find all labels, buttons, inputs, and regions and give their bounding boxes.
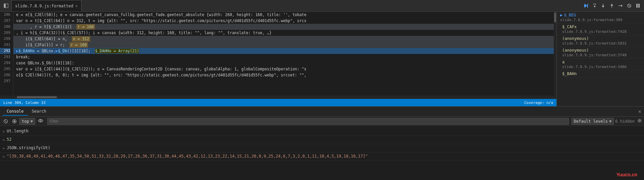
tab-close-button[interactable]: × (75, 4, 77, 8)
line-number-288: 288 (0, 24, 10, 30)
svg-marker-2 (584, 4, 587, 8)
console-text-2: JSON.stringify(Ut) (7, 145, 50, 151)
console-text-0: Ut.length (7, 128, 29, 134)
call-stack-item-0[interactable]: ▶$_BEGslide.7.8.9.js:formatted:309 (557, 12, 644, 23)
code-line-291: i[$_CJFa(1)] = r; r = 160 (13, 42, 554, 48)
console-line-0: >Ut.length (0, 127, 644, 136)
console-toolbar: top ▼ Default levels ▼ 6 hidden (0, 117, 644, 126)
levels-dropdown-icon: ▼ (609, 119, 611, 124)
code-scrollbar-thumb[interactable] (554, 12, 556, 22)
call-stack-list[interactable]: ▶$_BEGslide.7.8.9.js:formatted:309$_CAFx… (557, 12, 644, 106)
code-content[interactable]: e = e[$_CJEl(58)]; e = canvas.geetest_ca… (13, 12, 554, 96)
live-expressions-button[interactable] (37, 118, 45, 124)
line-number-293: 293 (0, 54, 10, 60)
line-number-290: 290 (0, 36, 10, 42)
console-line-2: >JSON.stringify(Ut) (0, 144, 644, 153)
svg-line-12 (628, 4, 631, 7)
line-number-289: 289 (0, 30, 10, 36)
deactivate-breakpoints-button[interactable] (626, 2, 633, 9)
pause-on-exceptions-button[interactable] (635, 2, 641, 9)
watermark: Yuucn.cn (616, 172, 637, 177)
line-number-297: 297 (0, 78, 10, 84)
console-settings-button[interactable] (637, 118, 642, 124)
log-levels-selector[interactable]: Default levels ▼ (572, 118, 614, 125)
code-line-294: case QBLnx.$_Db()[0][18]: (13, 60, 554, 66)
svg-point-19 (40, 120, 41, 121)
console-output[interactable]: >Ut.length<52>JSON.stringify(Ut)<"[39,38… (0, 126, 644, 180)
clear-console-button[interactable] (2, 118, 9, 125)
debug-toolbar (582, 2, 641, 9)
editor-area: 286287288289290291292293294295296297 e =… (0, 12, 557, 106)
code-line-293: break; (13, 54, 554, 60)
console-filter-input[interactable] (47, 118, 569, 125)
resume-button[interactable] (582, 2, 589, 9)
call-stack-item-3[interactable]: (anonymous)slide.7.8.9.js:formatted:3748 (557, 47, 644, 59)
context-value: top (22, 119, 29, 124)
line-number-296: 296 (0, 72, 10, 78)
panel-tabs: Console Search × (0, 107, 644, 117)
top-bar: slide.7.8.9.js:formatted × (0, 0, 644, 12)
console-tab[interactable]: Console (3, 108, 28, 116)
code-line-289: , i = h[$_CJFA(32)]($_CJEl(57)); i = can… (13, 30, 554, 36)
svg-marker-8 (610, 4, 613, 6)
call-stack-item-name-3: (anonymous) (562, 48, 641, 53)
call-stack-item-location-4: slide.7.8.9.js:formatted:3486 (562, 65, 641, 69)
call-stack-item-name-0: ▶$_BEG (560, 13, 641, 17)
code-line-286: e = e[$_CJEl(58)]; e = canvas.geetest_ca… (13, 12, 554, 18)
levels-label: Default levels (574, 119, 608, 124)
step-out-button[interactable] (608, 2, 615, 9)
hidden-messages-count: 6 hidden (615, 119, 635, 124)
call-stack-item-5[interactable]: $_BAHn (557, 70, 644, 77)
svg-line-16 (5, 120, 7, 122)
h-scrollbar[interactable] (0, 96, 556, 99)
status-bar: Line 304, Column 33 Coverage: n/a (0, 99, 556, 106)
call-stack-item-name-5: $_BAHn (562, 71, 641, 76)
step-into-button[interactable] (600, 2, 606, 9)
cursor-position: Line 304, Column 33 (3, 101, 46, 105)
step-over-button[interactable] (591, 2, 598, 9)
svg-rect-18 (14, 120, 15, 122)
call-stack-panel: ▶$_BEGslide.7.8.9.js:formatted:309$_CAFx… (557, 12, 644, 106)
code-line-290: i[$_CJEl(64)] = n, n = 312 (13, 36, 554, 42)
panel-close-button[interactable]: × (638, 108, 641, 115)
call-stack-item-4[interactable]: aslide.7.8.9.js:formatted:3486 (557, 59, 644, 70)
code-view[interactable]: 286287288289290291292293294295296297 e =… (0, 12, 556, 96)
svg-rect-14 (638, 4, 640, 8)
code-line-287: var n = t[$_CJEl(64)] n = 312, t = img {… (13, 18, 554, 24)
code-scrollbar[interactable] (554, 12, 556, 96)
h-scrollbar-thumb[interactable] (17, 96, 57, 98)
svg-rect-3 (587, 4, 588, 8)
call-stack-item-1[interactable]: $_CAFxslide.7.8.9.js:formatted:7428 (557, 23, 644, 35)
console-arrow-2: > (3, 145, 5, 152)
search-tab[interactable]: Search (28, 108, 50, 116)
tab-label: slide.7.8.9.js:formatted (15, 4, 73, 8)
file-tab[interactable]: slide.7.8.9.js:formatted × (11, 0, 82, 11)
svg-marker-10 (621, 4, 623, 7)
line-number-295: 295 (0, 66, 10, 72)
console-line-3: <"[39,38,48,49,41,40,46,47,35,34,50,51,3… (0, 153, 644, 161)
svg-rect-1 (4, 4, 6, 8)
context-selector[interactable]: top ▼ (19, 118, 35, 125)
console-line-1: <52 (0, 136, 644, 144)
svg-point-20 (639, 120, 641, 122)
call-stack-item-2[interactable]: (anonymous)slide.7.8.9.js:formatted:5832 (557, 35, 644, 47)
call-stack-item-location-3: slide.7.8.9.js:formatted:3748 (562, 53, 641, 57)
stop-button[interactable] (11, 118, 18, 125)
code-line-296: o[$ CJEl(94)](t, 0, 0); t = img {alt: ""… (13, 72, 554, 78)
line-numbers: 286287288289290291292293294295296297 (0, 12, 13, 96)
console-text-1: 52 (7, 136, 11, 142)
call-stack-item-location-0: slide.7.8.9.js:formatted:309 (560, 18, 641, 22)
line-number-294: 294 (0, 60, 10, 66)
svg-marker-6 (602, 6, 604, 8)
call-stack-item-location-1: slide.7.8.9.js:formatted:7428 (562, 29, 641, 34)
console-text-3: "[39,38,48,49,41,40,46,47,35,34,50,51,33… (7, 153, 368, 159)
code-line-295: var o = i[$_CJEl(44)]($_CJEl(22)); o = C… (13, 66, 554, 72)
call-stack-item-name-2: (anonymous) (562, 36, 641, 41)
step-button[interactable] (617, 2, 624, 9)
call-stack-item-location-2: slide.7.8.9.js:formatted:5832 (562, 41, 641, 46)
line-number-286: 286 (0, 12, 10, 18)
code-line-288: , r = t[$_CJEl(1)] r = 160 (13, 24, 554, 30)
console-arrow-3: < (3, 153, 5, 160)
panel-icon[interactable] (3, 2, 9, 9)
svg-rect-13 (636, 4, 638, 8)
